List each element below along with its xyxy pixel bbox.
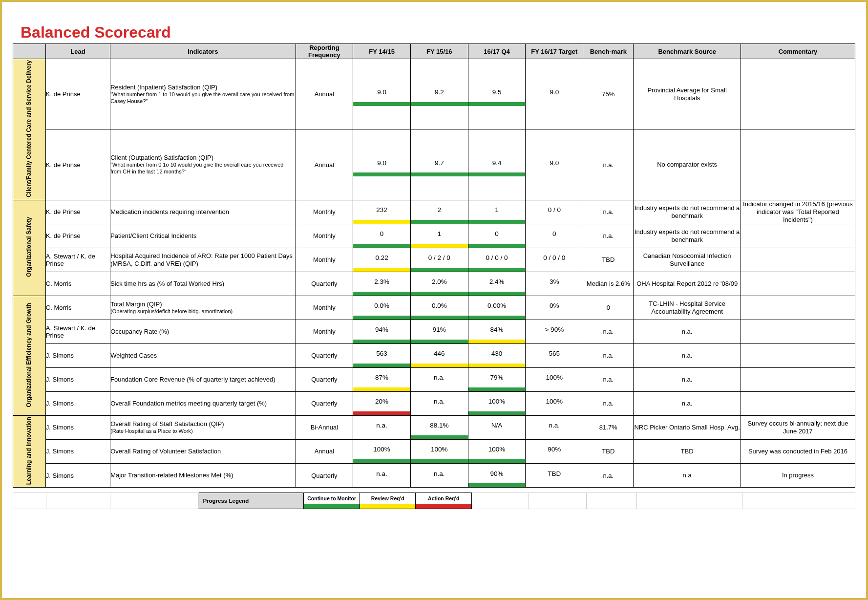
status-bar [411, 435, 468, 439]
scorecard-table: Lead Indicators Reporting Frequency FY 1… [13, 43, 855, 493]
metric-cell: 9.2 [410, 59, 468, 129]
status-bar [526, 172, 583, 176]
benchmark-source-cell: Canadian Nosocomial Infection Surveillan… [634, 248, 741, 272]
status-bar [353, 411, 410, 415]
column-fy1516: FY 15/16 [410, 44, 468, 59]
metric-value: 9.7 [411, 153, 468, 172]
metric-value: n.a. [353, 416, 410, 435]
lead-cell: J. Simons [45, 391, 110, 415]
indicator-cell: Major Transition-related Milestones Met … [110, 464, 296, 488]
metric-value: 87% [353, 368, 410, 387]
metric-cell: N/A [468, 415, 526, 439]
table-row: J. SimonsWeighted CasesQuarterly56344643… [13, 343, 855, 367]
metric-cell: 0.0% [353, 296, 411, 320]
frequency-cell: Quarterly [296, 343, 353, 367]
metric-value: 0.0% [411, 296, 468, 316]
table-row: K. de PrinsePatient/Client Critical Inci… [13, 224, 855, 248]
status-bar [411, 244, 468, 248]
lead-cell: K. de Prinse [45, 224, 110, 248]
table-row: J. SimonsOverall Rating of Volunteer Sat… [13, 439, 855, 463]
indicator-text: Patient/Client Critical Incidents [110, 232, 295, 240]
metric-value: 100% [526, 392, 583, 411]
metric-cell: 0.22 [353, 248, 411, 272]
status-bar [468, 411, 526, 415]
table-row: A. Stewart / K. de PrinseOccupancy Rate … [13, 320, 855, 343]
benchmark-source-cell: TBD [634, 439, 741, 463]
legend-table: Progress Legend Continue to Monitor Revi… [13, 493, 855, 509]
benchmark-source-cell: TC-LHIN - Hospital Service Accountabilit… [634, 296, 741, 320]
lead-cell: J. Simons [45, 464, 110, 488]
metric-cell: 0.0% [410, 296, 468, 320]
status-bar [468, 268, 526, 272]
status-bar [526, 268, 583, 272]
metric-cell: 9.0 [353, 59, 411, 129]
table-row: Client/Family Centered Care and Service … [13, 59, 855, 129]
table-body: Client/Family Centered Care and Service … [13, 59, 855, 493]
status-bar [526, 435, 583, 439]
status-bar [353, 102, 410, 106]
status-bar [468, 459, 526, 463]
metric-value: 91% [411, 320, 468, 340]
metric-cell: n.a. [353, 415, 411, 439]
indicator-cell: Hospital Acquired Incidence of ARO: Rate… [110, 248, 296, 272]
lead-cell: K. de Prinse [45, 59, 110, 129]
status-bar [411, 172, 468, 176]
status-bar [526, 364, 583, 367]
metric-cell: 0 [353, 224, 411, 248]
metric-cell: 0 [526, 224, 583, 248]
commentary-cell [741, 224, 855, 248]
metric-cell: 9.0 [353, 129, 411, 200]
commentary-cell [741, 320, 855, 343]
status-bar [526, 244, 583, 248]
metric-cell: 90% [468, 464, 526, 488]
metric-cell: 0 / 0 / 0 [468, 248, 526, 272]
column-frequency: Reporting Frequency [296, 44, 353, 59]
benchmark-cell: n.a. [583, 367, 634, 391]
metric-cell: 0% [526, 296, 583, 320]
benchmark-cell: TBD [583, 439, 634, 463]
table-row: A. Stewart / K. de PrinseHospital Acquir… [13, 248, 855, 272]
status-bar [353, 387, 410, 391]
metric-value: 430 [468, 344, 526, 364]
status-bar [353, 292, 410, 296]
metric-value: 0.0% [353, 296, 410, 316]
indicator-cell: Weighted Cases [110, 343, 296, 367]
table-row: J. SimonsOverall Foundation metrics meet… [13, 391, 855, 415]
metric-cell: 20% [353, 391, 411, 415]
legend-review: Review Req'd [360, 493, 416, 509]
benchmark-cell: n.a. [583, 200, 634, 224]
metric-cell: > 90% [526, 320, 583, 343]
indicator-cell: Sick time hrs as (% of Total Worked Hrs) [110, 272, 296, 296]
status-bar [353, 340, 410, 343]
status-bar [353, 459, 410, 463]
status-bar [353, 435, 410, 439]
metric-value: 2.0% [411, 272, 468, 292]
commentary-cell [741, 343, 855, 367]
status-bar [353, 220, 410, 224]
metric-value: 0% [526, 296, 583, 316]
metric-cell: 100% [468, 391, 526, 415]
indicator-cell: Patient/Client Critical Incidents [110, 224, 296, 248]
table-row: C. MorrisSick time hrs as (% of Total Wo… [13, 272, 855, 296]
table-row: J. SimonsFoundation Core Revenue (% of q… [13, 367, 855, 391]
metric-value: n.a. [353, 464, 410, 483]
metric-value: 2.3% [353, 272, 410, 292]
indicator-text: Resident (Inpatient) Satisfaction (QIP) [110, 84, 295, 91]
status-bar [468, 244, 526, 248]
indicator-text: Overall Rating of Volunteer Satisfaction [110, 448, 295, 455]
category-cell: Client/Family Centered Care and Service … [13, 59, 46, 200]
status-bar [526, 220, 583, 224]
column-indicators: Indicators [110, 44, 296, 59]
metric-cell: n.a. [353, 464, 411, 488]
status-bar [353, 316, 410, 320]
frequency-cell: Monthly [296, 320, 353, 343]
column-benchmark: Bench-mark [583, 44, 634, 59]
benchmark-source-cell: n.a. [634, 367, 741, 391]
frequency-cell: Quarterly [296, 391, 353, 415]
column-lead: Lead [45, 44, 110, 59]
benchmark-cell: 81.7% [583, 415, 634, 439]
column-commentary: Commentary [741, 44, 855, 59]
table-row: K. de PrinseClient (Outpatient) Satisfac… [13, 129, 855, 200]
commentary-cell [741, 367, 855, 391]
status-bar [468, 220, 526, 224]
